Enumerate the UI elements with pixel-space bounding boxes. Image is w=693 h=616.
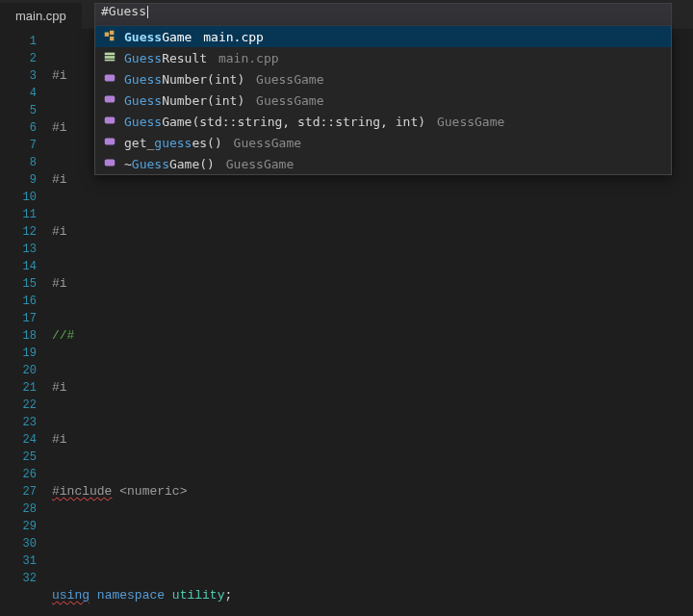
svg-rect-9 xyxy=(105,138,116,144)
line-number: 15 xyxy=(0,275,37,293)
line-number: 6 xyxy=(0,119,37,137)
svg-rect-0 xyxy=(105,32,109,36)
suggestion-list: GuessGame main.cppGuessResult main.cppGu… xyxy=(94,26,672,175)
svg-rect-10 xyxy=(105,159,116,166)
enum-icon xyxy=(103,50,116,66)
suggestion-label: GuessResult main.cpp xyxy=(124,51,279,65)
suggestion-item[interactable]: ~GuessGame() GuessGame xyxy=(95,153,671,174)
svg-rect-3 xyxy=(105,52,116,55)
line-number: 4 xyxy=(0,85,37,102)
line-number: 3 xyxy=(0,67,37,85)
line-number: 29 xyxy=(0,518,37,535)
svg-rect-8 xyxy=(105,116,116,123)
editor-tab[interactable]: main.cpp xyxy=(0,3,82,29)
line-number: 16 xyxy=(0,293,37,310)
line-number: 25 xyxy=(0,449,37,466)
suggestion-label: GuessNumber(int) GuessGame xyxy=(124,72,324,87)
suggestion-item[interactable]: GuessResult main.cpp xyxy=(95,47,671,68)
svg-rect-5 xyxy=(105,59,116,61)
suggestion-label: GuessGame(std::string, std::string, int)… xyxy=(124,115,504,129)
method-icon xyxy=(103,92,116,109)
class-icon xyxy=(103,29,116,45)
line-number: 26 xyxy=(0,466,37,483)
line-number: 1 xyxy=(0,33,37,50)
svg-rect-6 xyxy=(105,74,116,81)
suggestion-item[interactable]: GuessNumber(int) GuessGame xyxy=(95,68,671,90)
line-number: 31 xyxy=(0,552,37,570)
line-number: 7 xyxy=(0,137,37,154)
svg-rect-7 xyxy=(105,95,116,102)
line-number: 12 xyxy=(0,223,37,241)
line-number: 9 xyxy=(0,171,37,189)
line-number: 10 xyxy=(0,189,37,206)
suggestion-item[interactable]: GuessNumber(int) GuessGame xyxy=(95,90,671,111)
suggestion-label: ~GuessGame() GuessGame xyxy=(124,157,294,171)
suggestion-label: GuessNumber(int) GuessGame xyxy=(124,93,324,108)
line-number: 11 xyxy=(0,206,37,223)
line-number: 27 xyxy=(0,483,37,500)
search-input[interactable]: #Guess xyxy=(94,3,672,26)
line-number: 32 xyxy=(0,570,37,587)
line-number: 19 xyxy=(0,345,37,362)
suggestion-item[interactable]: GuessGame(std::string, std::string, int)… xyxy=(95,111,671,132)
method-icon xyxy=(103,156,116,172)
svg-rect-4 xyxy=(105,56,116,59)
code-editor[interactable]: #Guess GuessGame main.cppGuessResult mai… xyxy=(0,29,693,616)
line-number: 22 xyxy=(0,397,37,414)
line-number: 20 xyxy=(0,362,37,379)
line-number: 14 xyxy=(0,258,37,275)
line-number: 21 xyxy=(0,379,37,397)
line-number: 24 xyxy=(0,431,37,449)
line-number: 23 xyxy=(0,414,37,431)
intellisense-overlay: #Guess GuessGame main.cppGuessResult mai… xyxy=(94,3,672,175)
line-number: 13 xyxy=(0,241,37,258)
line-number: 8 xyxy=(0,154,37,171)
method-icon xyxy=(103,71,116,88)
line-number: 17 xyxy=(0,310,37,327)
method-icon xyxy=(103,114,116,130)
suggestion-item[interactable]: get_guesses() GuessGame xyxy=(95,132,671,153)
line-number: 2 xyxy=(0,50,37,67)
line-number-gutter: 1234567891011121314151617181920212223242… xyxy=(0,29,46,616)
suggestion-label: get_guesses() GuessGame xyxy=(124,136,301,150)
line-number: 18 xyxy=(0,327,37,345)
svg-rect-1 xyxy=(110,30,114,34)
method-icon xyxy=(103,135,116,151)
suggestion-label: GuessGame main.cpp xyxy=(124,30,264,44)
line-number: 5 xyxy=(0,102,37,119)
suggestion-item[interactable]: GuessGame main.cpp xyxy=(95,26,671,47)
svg-rect-2 xyxy=(110,36,114,39)
line-number: 28 xyxy=(0,500,37,518)
line-number: 30 xyxy=(0,535,37,552)
